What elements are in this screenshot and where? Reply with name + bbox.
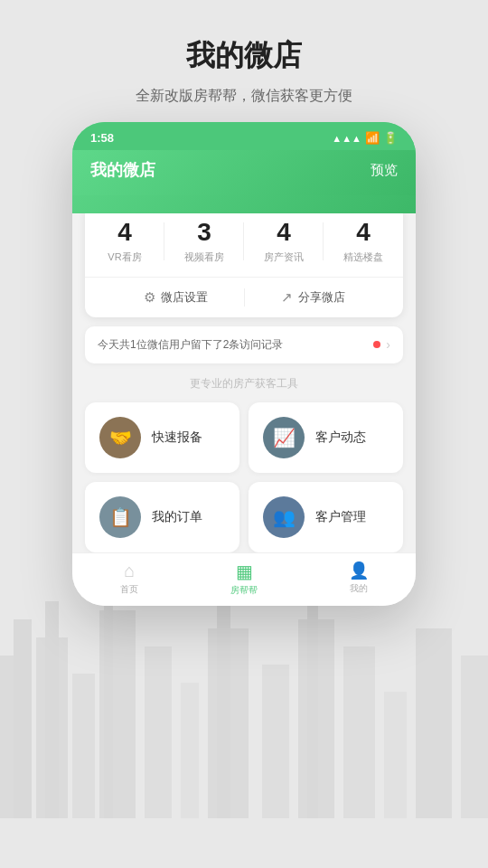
status-time: 1:58 (90, 131, 114, 145)
nav-profile-label: 我的 (350, 582, 368, 595)
stat-label-estate: 精选楼盘 (343, 250, 383, 264)
nav-store-label: 房帮帮 (230, 584, 258, 597)
nav-store[interactable]: ▦ 房帮帮 (187, 561, 302, 597)
stat-video: 3 视频看房 (164, 219, 244, 264)
share-icon: ↗ (281, 289, 293, 306)
chevron-right-icon: › (386, 337, 390, 352)
settings-button[interactable]: ⚙ 微店设置 (144, 288, 208, 307)
tool-quick-report[interactable]: 🤝 快速报备 (85, 402, 239, 473)
tool-icon-my-orders: 📋 (99, 496, 141, 538)
tool-label-quick-report: 快速报备 (152, 429, 202, 446)
preview-button[interactable]: 预览 (371, 162, 398, 179)
home-icon: ⌂ (124, 561, 135, 581)
stat-number-video: 3 (197, 219, 211, 247)
stat-number-vr: 4 (117, 219, 132, 247)
share-button[interactable]: ↗ 分享微店 (281, 288, 345, 307)
nav-home[interactable]: ⌂ 首页 (72, 561, 187, 597)
battery-icon: 🔋 (383, 131, 398, 145)
top-bar: 我的微店 预览 (72, 150, 416, 195)
stat-label-video: 视频看房 (184, 250, 224, 264)
wifi-icon: 📶 (365, 131, 380, 145)
tool-label-customer-activity: 客户动态 (315, 429, 366, 446)
tool-customer-activity[interactable]: 📈 客户动态 (249, 402, 403, 473)
tool-my-orders[interactable]: 📋 我的订单 (85, 482, 239, 552)
profile-icon: 👤 (349, 561, 369, 580)
tool-icon-customer-activity: 📈 (263, 417, 305, 458)
stat-news: 4 房产资讯 (244, 219, 324, 264)
page-title: 我的微店 (0, 36, 488, 76)
stat-label-vr: VR看房 (108, 250, 141, 264)
red-dot (373, 341, 380, 348)
stats-card: 4 VR看房 3 视频看房 4 房产资讯 4 精选楼盘 (85, 213, 403, 317)
stat-number-news: 4 (277, 219, 291, 247)
stat-label-news: 房产资讯 (264, 250, 304, 264)
tool-label-customer-management: 客户管理 (315, 509, 366, 525)
settings-label: 微店设置 (161, 289, 208, 306)
signal-icon: ▲▲▲ (332, 133, 361, 144)
tool-icon-customer-management: 👥 (263, 496, 305, 538)
store-icon: ▦ (236, 561, 253, 582)
tools-grid: 🤝 快速报备 📈 客户动态 📋 我的订单 (85, 402, 403, 552)
share-label: 分享微店 (298, 289, 345, 306)
nav-home-label: 首页 (120, 583, 138, 596)
stat-number-estate: 4 (356, 219, 371, 247)
tool-customer-management[interactable]: 👥 客户管理 (249, 482, 403, 552)
settings-icon: ⚙ (144, 289, 155, 306)
top-bar-title: 我的微店 (90, 159, 155, 181)
stats-row: 4 VR看房 3 视频看房 4 房产资讯 4 精选楼盘 (85, 219, 403, 264)
tool-icon-quick-report: 🤝 (99, 417, 141, 458)
stat-vr: 4 VR看房 (85, 219, 164, 264)
stat-estate: 4 精选楼盘 (324, 219, 403, 264)
visit-text: 今天共1位微信用户留下了2条访问记录 (98, 337, 283, 353)
tools-title: 更专业的房产获客工具 (85, 376, 403, 392)
page-subtitle: 全新改版房帮帮，微信获客更方便 (0, 87, 488, 106)
action-row: ⚙ 微店设置 ↗ 分享微店 (85, 277, 403, 307)
nav-profile[interactable]: 👤 我的 (301, 561, 416, 597)
status-bar: 1:58 ▲▲▲ 📶 🔋 (72, 122, 416, 150)
bottom-nav: ⌂ 首页 ▦ 房帮帮 👤 我的 (72, 552, 416, 606)
visit-notice[interactable]: 今天共1位微信用户留下了2条访问记录 › (85, 326, 403, 363)
tool-label-my-orders: 我的订单 (152, 509, 202, 525)
